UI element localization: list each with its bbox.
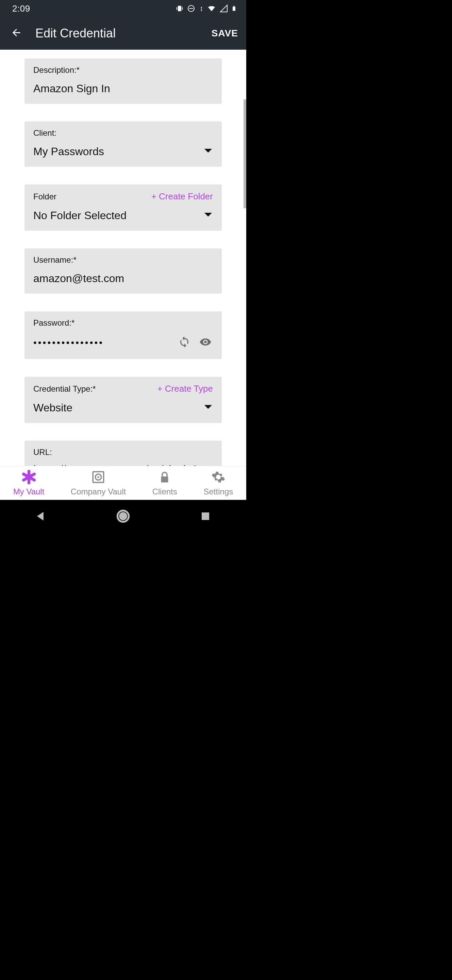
arrow-left-icon [11,27,22,40]
bottom-nav: My Vault Company Vault Clients Settings [0,466,246,500]
toggle-visibility-button[interactable] [198,335,213,350]
signal-icon [220,5,228,13]
folder-label: Folder [33,192,57,202]
url-label: URL: [33,447,52,457]
circle-icon [116,519,131,525]
description-label: Description:* [33,65,79,75]
chevron-down-icon[interactable] [203,148,213,156]
client-select-value[interactable]: My Passwords [33,145,104,158]
description-input[interactable]: Amazon Sign In [33,82,110,95]
credential-type-select-value[interactable]: Website [33,401,73,414]
chevron-down-icon[interactable] [203,212,213,220]
create-folder-link[interactable]: + Create Folder [151,191,213,202]
content-area: Description:* Amazon Sign In Client: My … [0,50,246,500]
client-field[interactable]: Client: My Passwords [24,121,222,167]
nav-label: Settings [204,487,233,496]
nav-my-vault[interactable]: My Vault [13,470,44,496]
svg-rect-1 [176,7,177,10]
system-back-button[interactable] [34,510,47,524]
scroll-indicator [244,99,246,208]
url-field[interactable]: URL: https://www.amazon.ca/ap/signin?op [24,441,222,466]
svg-point-12 [120,513,126,519]
system-nav [0,500,246,534]
eye-icon [199,336,211,350]
username-input[interactable]: amazon@test.com [33,272,124,285]
nav-company-vault[interactable]: Company Vault [71,470,126,496]
system-home-button[interactable] [116,509,131,525]
triangle-left-icon [34,518,47,524]
password-input-masked[interactable]: ••••••••••••••• [33,337,171,348]
svg-rect-5 [233,7,235,11]
status-icons [176,4,237,13]
chevron-down-icon[interactable] [203,404,213,412]
svg-rect-6 [233,6,235,7]
page-title: Edit Credential [35,26,211,40]
create-type-link[interactable]: + Create Type [157,383,213,394]
dnd-icon [187,5,195,13]
refresh-icon [178,336,190,350]
svg-rect-0 [178,6,181,11]
battery-icon [231,4,237,13]
square-icon [199,518,212,524]
safe-icon [91,470,105,485]
svg-rect-13 [202,512,209,520]
svg-point-9 [97,476,99,478]
lock-icon [157,470,172,485]
folder-field[interactable]: Folder + Create Folder No Folder Selecte… [24,185,222,231]
status-time: 2:09 [12,3,30,14]
bt-icon [198,5,203,13]
username-field[interactable]: Username:* amazon@test.com [24,248,222,294]
asterisk-icon [22,470,36,485]
credential-type-field[interactable]: Credential Type:* + Create Type Website [24,377,222,423]
password-label: Password:* [33,318,75,328]
vibrate-icon [176,5,184,13]
nav-label: Clients [152,487,177,496]
url-input[interactable]: https://www.amazon.ca/ap/signin?op [33,463,210,466]
client-label: Client: [33,128,57,138]
description-field[interactable]: Description:* Amazon Sign In [24,59,222,104]
nav-label: Company Vault [71,487,126,496]
gear-icon [211,470,225,485]
nav-clients[interactable]: Clients [152,470,177,496]
generate-password-button[interactable] [177,335,192,350]
back-button[interactable] [8,25,24,41]
folder-select-value[interactable]: No Folder Selected [33,209,127,222]
nav-settings[interactable]: Settings [204,470,233,496]
save-button[interactable]: SAVE [211,28,241,39]
nav-label: My Vault [13,487,44,496]
system-recent-button[interactable] [199,510,212,524]
username-label: Username:* [33,255,76,265]
svg-rect-2 [182,7,182,10]
password-field[interactable]: Password:* ••••••••••••••• [24,311,222,359]
credential-type-label: Credential Type:* [33,384,96,394]
svg-rect-10 [161,476,168,482]
app-bar: Edit Credential SAVE [0,17,246,50]
wifi-icon [207,5,216,13]
status-bar: 2:09 [0,0,246,17]
